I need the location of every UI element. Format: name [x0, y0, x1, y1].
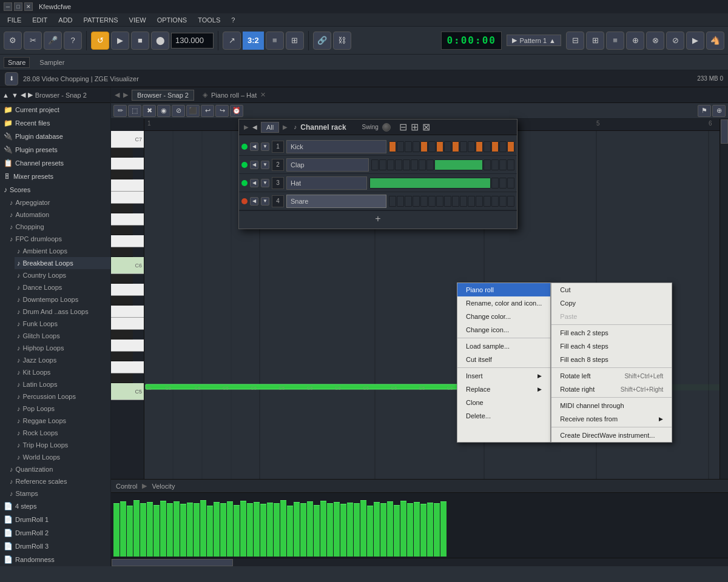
kick-step-14[interactable] [491, 141, 499, 152]
pr-pencil-btn[interactable]: ✏ [113, 105, 127, 117]
kick-step-11[interactable] [468, 141, 475, 152]
menu-view[interactable]: VIEW [124, 13, 151, 27]
kick-step-5[interactable] [420, 141, 428, 152]
bottom-scrollbar[interactable] [111, 558, 728, 566]
hat-led[interactable] [241, 180, 248, 186]
piano-key-ab5[interactable] [111, 306, 144, 318]
pr-redo-btn[interactable]: ↪ [215, 105, 229, 117]
piano-key-b6[interactable] [111, 148, 133, 158]
vel-bar-47[interactable] [420, 504, 426, 557]
menu-edit[interactable]: EDIT [27, 13, 52, 27]
vel-bar-24[interactable] [267, 503, 273, 557]
ctx-copy[interactable]: Copy [551, 296, 672, 310]
tool-b[interactable]: ≡ [266, 32, 284, 50]
rack-grid-icon2[interactable]: ⊞ [411, 121, 419, 133]
rack-grid-icon[interactable]: ⊟ [399, 121, 407, 133]
hat-mute-btn[interactable]: ◀ [250, 179, 258, 187]
pr-delete-btn[interactable]: ✖ [143, 105, 156, 117]
clap-long-step[interactable] [434, 159, 483, 170]
browser-snap-label[interactable]: Browser - Snap 2 [132, 90, 194, 101]
piano-key-a6[interactable] [111, 170, 133, 179]
snare-step-6[interactable] [428, 196, 436, 207]
clap-step-10[interactable] [491, 159, 499, 170]
ctx-create-directwave[interactable]: Create DirectWave instrument... [551, 429, 672, 442]
sidebar-item-drum-and-ass-loops[interactable]: ♪ Drum And ..ass Loops [15, 306, 110, 318]
pr-nav-right[interactable]: ▶ [123, 91, 128, 99]
ctx-load-sample[interactable]: Load sample... [457, 340, 550, 353]
mixer-btn5[interactable]: ⊗ [646, 32, 664, 50]
kick-step-12[interactable] [476, 141, 483, 152]
ctx-paste[interactable]: Paste [551, 310, 672, 323]
pattern-label[interactable]: ▶ Pattern 1 ▲ [507, 35, 561, 46]
vel-bar-17[interactable] [220, 503, 226, 557]
vel-bar-48[interactable] [427, 503, 433, 557]
snare-solo-btn[interactable]: ▼ [261, 197, 269, 206]
sidebar-nav-up[interactable]: ▲ [2, 92, 9, 99]
h-scrollbar-thumb[interactable] [112, 559, 233, 566]
vel-bar-11[interactable] [180, 504, 186, 557]
vel-bar-14[interactable] [200, 500, 206, 557]
hat-name[interactable]: Hat [286, 176, 367, 190]
piano-key-e5[interactable] [111, 340, 144, 352]
scissors-btn[interactable]: ✂ [24, 32, 42, 50]
ctx-rotate-right[interactable]: Rotate right Shift+Ctrl+Right [551, 383, 672, 396]
vel-bar-16[interactable] [214, 502, 220, 557]
piano-key-c5[interactable]: C5 [111, 383, 144, 400]
ctx-fill-2[interactable]: Fill each 2 steps [551, 326, 672, 340]
vel-bar-6[interactable] [147, 502, 153, 557]
clap-step-11[interactable] [499, 159, 507, 170]
all-btn[interactable]: All [261, 122, 279, 133]
snare-step-7[interactable] [436, 196, 443, 207]
vel-bar-20[interactable] [240, 501, 246, 557]
piano-key-db5[interactable] [111, 361, 144, 373]
pr-slice-btn[interactable]: ⊘ [172, 105, 185, 117]
sidebar-item-arpeggiator[interactable]: ♪ Arpeggiator [7, 196, 110, 209]
piano-key-g6[interactable] [111, 192, 144, 204]
piano-key-ab6[interactable] [111, 179, 144, 192]
vel-bar-27[interactable] [287, 506, 293, 557]
piano-key-f5[interactable] [111, 330, 133, 340]
kick-step-1[interactable] [389, 141, 396, 152]
record-btn[interactable]: ⬤ [151, 32, 169, 50]
piano-key-db6[interactable] [111, 235, 144, 247]
kick-step-6[interactable] [428, 141, 436, 152]
sidebar-nav-right[interactable]: ▶ [28, 91, 33, 99]
snare-step-13[interactable] [484, 196, 491, 207]
sidebar-item-latin-loops[interactable]: ♪ Latin Loops [15, 378, 110, 390]
piano-key-bb6[interactable] [111, 158, 144, 170]
clap-name[interactable]: Clap [286, 158, 369, 172]
snare-step-12[interactable] [476, 196, 483, 207]
vel-bar-35[interactable] [340, 504, 346, 557]
menu-help[interactable]: ? [226, 13, 240, 27]
piano-key-e6[interactable] [111, 213, 144, 226]
kick-step-4[interactable] [413, 141, 420, 152]
snare-step-4[interactable] [413, 196, 420, 207]
magnet-btn[interactable]: ⚙ [4, 32, 22, 50]
tool-a[interactable]: ↗ [223, 32, 241, 50]
clap-step-9[interactable] [484, 159, 491, 170]
mic-btn[interactable]: 🎤 [44, 32, 62, 50]
vel-bar-37[interactable] [354, 503, 360, 557]
sidebar-item-kit-loops[interactable]: ♪ Kit Loops [15, 366, 110, 378]
vel-bar-8[interactable] [160, 501, 166, 557]
sidebar-nav-down[interactable]: ▼ [12, 92, 18, 99]
sidebar-item-automation[interactable]: ♪ Automation [7, 209, 110, 221]
vel-bar-15[interactable] [207, 506, 213, 557]
maximize-btn[interactable]: □ [14, 2, 22, 11]
ctx-midi-through[interactable]: MIDI channel through [551, 399, 672, 412]
mixer-btn3[interactable]: ≡ [606, 32, 624, 50]
vel-bar-50[interactable] [440, 501, 447, 557]
kick-mute-btn[interactable]: ◀ [250, 142, 258, 151]
mixer-btn8[interactable]: 🐴 [706, 32, 724, 50]
download-btn[interactable]: ⬇ [5, 72, 18, 85]
sidebar-item-rock-loops[interactable]: ♪ Rock Loops [15, 427, 110, 439]
mixer-btn1[interactable]: ⊟ [566, 32, 584, 50]
sidebar-item-funk-loops[interactable]: ♪ Funk Loops [15, 318, 110, 330]
channel-add-btn[interactable]: + [239, 210, 517, 226]
kick-step-3[interactable] [405, 141, 412, 152]
play-btn[interactable]: ▶ [111, 32, 129, 50]
ctx-rename[interactable]: Rename, color and icon... [457, 296, 550, 310]
vel-bar-41[interactable] [380, 503, 386, 557]
kick-step-16[interactable] [507, 141, 514, 152]
vel-bar-7[interactable] [153, 505, 160, 557]
